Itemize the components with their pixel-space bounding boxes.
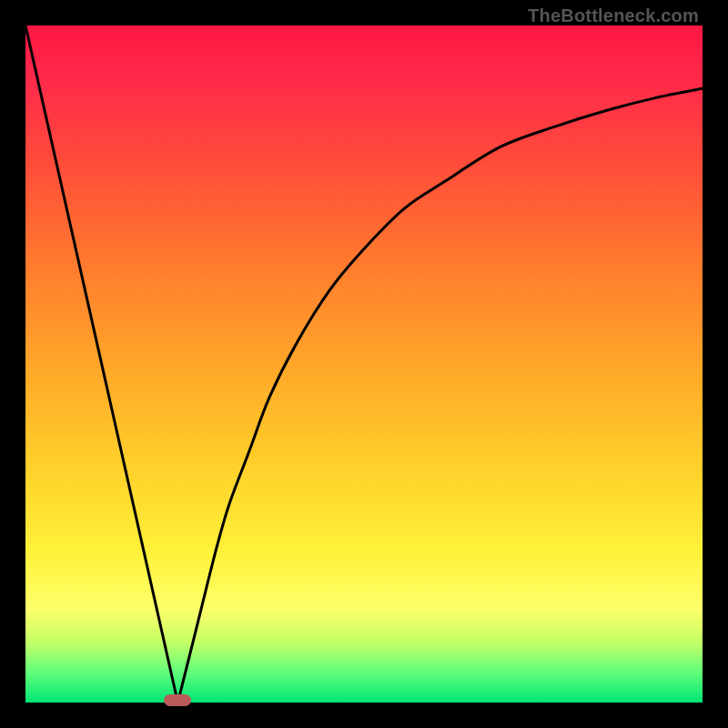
- curve-left: [25, 25, 177, 703]
- plot-area: [25, 25, 703, 703]
- min-marker: [164, 694, 191, 706]
- curve-svg: [25, 25, 703, 703]
- curve-right: [177, 88, 703, 703]
- chart-frame: TheBottleneck.com: [0, 0, 728, 728]
- watermark-text: TheBottleneck.com: [528, 5, 699, 26]
